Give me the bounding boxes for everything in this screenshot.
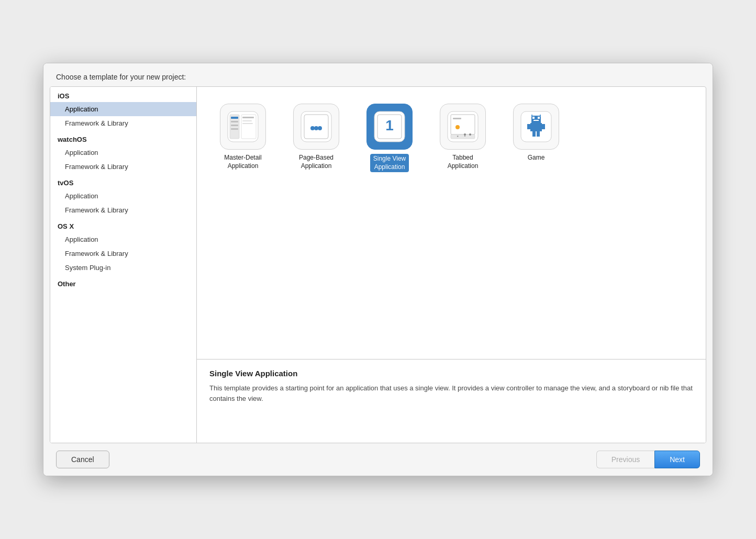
svg-rect-33 [527, 124, 530, 129]
svg-rect-36 [537, 131, 540, 137]
sidebar-item-application[interactable]: Application [50, 189, 196, 203]
master-detail-icon [220, 104, 266, 150]
template-master-detail[interactable]: Master-Detail Application [212, 99, 274, 176]
sidebar-section-watchos: watchOS [50, 130, 196, 145]
sidebar-item-application[interactable]: Application [50, 232, 196, 246]
svg-text:1: 1 [385, 117, 394, 133]
svg-rect-6 [231, 128, 238, 130]
sidebar-item-framework-library[interactable]: Framework & Library [50, 160, 196, 174]
template-grid: Master-Detail Application Page-Based App… [197, 87, 706, 359]
svg-rect-9 [242, 123, 253, 124]
description-title: Single View Application [209, 369, 693, 378]
next-button[interactable]: Next [654, 451, 700, 468]
svg-rect-35 [532, 131, 536, 137]
single-view-icon: 1 [366, 104, 413, 150]
sidebar-item-framework-library[interactable]: Framework & Library [50, 203, 196, 217]
template-page-based[interactable]: Page-Based Application [285, 99, 348, 176]
page-based-label: Page-Based Application [299, 154, 333, 170]
page-based-icon [293, 104, 339, 150]
previous-button[interactable]: Previous [596, 451, 654, 468]
svg-rect-8 [242, 120, 252, 121]
main-area: Master-Detail Application Page-Based App… [197, 87, 706, 443]
svg-point-14 [318, 126, 322, 130]
sidebar-item-application[interactable]: Application [50, 102, 196, 116]
nav-buttons: Previous Next [596, 451, 700, 468]
template-tabbed[interactable]: ★ Tabbed Application [431, 99, 494, 176]
sidebar-item-application[interactable]: Application [50, 145, 196, 160]
tabbed-icon: ★ [440, 104, 486, 150]
sidebar-section-os-x: OS X [50, 217, 196, 232]
dialog-footer: Cancel Previous Next [43, 443, 713, 476]
svg-rect-37 [531, 115, 532, 117]
sidebar-item-framework-library[interactable]: Framework & Library [50, 116, 196, 130]
dialog-header: Choose a template for your new project: [43, 63, 713, 86]
svg-rect-3 [231, 117, 238, 119]
header-text: Choose a template for your new project: [56, 73, 186, 81]
single-view-label: Single View Application [370, 154, 409, 172]
dialog-body: iOSApplicationFramework & LibrarywatchOS… [50, 86, 706, 443]
game-label: Game [528, 154, 545, 162]
svg-rect-32 [530, 123, 542, 131]
template-single-view[interactable]: 1 Single View Application [358, 99, 421, 176]
description-text: This template provides a starting point … [209, 383, 693, 403]
svg-point-13 [314, 126, 318, 130]
svg-rect-29 [532, 117, 535, 119]
svg-point-22 [455, 125, 460, 129]
svg-rect-30 [538, 117, 540, 119]
svg-rect-34 [542, 124, 545, 129]
svg-point-23 [464, 133, 466, 136]
svg-rect-20 [451, 134, 475, 139]
game-icon [513, 104, 559, 150]
sidebar-section-other: Other [50, 275, 196, 290]
description-area: Single View Application This template pr… [197, 359, 706, 443]
svg-rect-38 [540, 115, 541, 117]
sidebar-item-framework-library[interactable]: Framework & Library [50, 246, 196, 261]
svg-rect-7 [242, 117, 254, 118]
svg-point-24 [469, 133, 471, 136]
svg-rect-5 [231, 125, 238, 126]
sidebar: iOSApplicationFramework & LibrarywatchOS… [50, 87, 197, 443]
new-project-dialog: Choose a template for your new project: … [43, 63, 713, 476]
sidebar-section-tvos: tvOS [50, 174, 196, 189]
master-detail-label: Master-Detail Application [224, 154, 261, 170]
tabbed-label: Tabbed Application [448, 154, 479, 170]
sidebar-section-ios: iOS [50, 87, 196, 102]
svg-rect-19 [451, 115, 475, 134]
svg-rect-21 [453, 118, 461, 119]
svg-point-12 [310, 126, 315, 130]
svg-rect-4 [231, 121, 238, 122]
template-game[interactable]: Game [505, 99, 568, 176]
sidebar-item-system-plug-in[interactable]: System Plug-in [50, 261, 196, 275]
cancel-button[interactable]: Cancel [56, 451, 109, 468]
svg-rect-31 [533, 120, 539, 121]
svg-point-26 [464, 136, 465, 137]
